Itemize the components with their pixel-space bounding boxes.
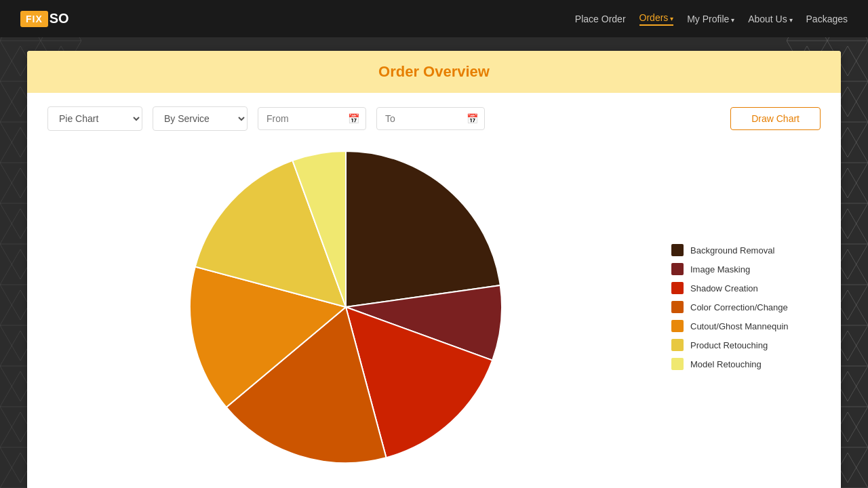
navbar-nav: Place Order Orders My Profile About Us P…: [575, 12, 848, 26]
legend-color-box: [671, 301, 684, 313]
nav-packages[interactable]: Packages: [806, 14, 848, 24]
group-by-select[interactable]: By Service By Status By Date: [153, 106, 248, 131]
legend-color-box: [671, 263, 684, 275]
legend-item: Shadow Creation: [671, 282, 821, 294]
from-date-input[interactable]: [258, 107, 366, 130]
pie-chart-svg: [183, 144, 509, 470]
nav-about-us[interactable]: About Us: [748, 14, 792, 24]
legend-item: Cutout/Ghost Mannequin: [671, 320, 821, 332]
legend-color-box: [671, 320, 684, 332]
legend-item: Model Retouching: [671, 358, 821, 370]
pie-chart-container: [47, 144, 644, 470]
legend-color-box: [671, 244, 684, 256]
to-date-input[interactable]: [376, 107, 485, 130]
nav-place-order[interactable]: Place Order: [575, 14, 626, 24]
legend-label: Product Retouching: [690, 340, 768, 350]
legend-color-box: [671, 282, 684, 294]
draw-chart-button[interactable]: Draw Chart: [730, 107, 821, 130]
chart-area: Background RemovalImage MaskingShadow Cr…: [47, 144, 821, 470]
brand-so: SO: [50, 11, 69, 26]
card-body: Pie Chart Bar Chart Line Chart By Servic…: [27, 93, 841, 488]
legend-color-box: [671, 358, 684, 370]
nav-my-profile[interactable]: My Profile: [687, 14, 734, 24]
pie-segment: [346, 151, 500, 307]
card-header: Order Overview: [27, 51, 841, 93]
nav-orders[interactable]: Orders: [639, 12, 674, 26]
legend-item: Background Removal: [671, 244, 821, 256]
page-title: Order Overview: [39, 63, 829, 81]
legend-color-box: [671, 339, 684, 351]
legend-item: Product Retouching: [671, 339, 821, 351]
to-date-wrapper: 📅: [376, 107, 485, 130]
legend-label: Color Correction/Change: [690, 302, 788, 312]
brand-fix: FIX: [20, 11, 48, 27]
brand: FIX SO: [20, 11, 69, 27]
order-overview-card: Order Overview Pie Chart Bar Chart Line …: [27, 51, 841, 488]
legend-label: Shadow Creation: [690, 283, 758, 293]
main-wrapper: Order Overview Pie Chart Bar Chart Line …: [0, 37, 868, 488]
legend-label: Model Retouching: [690, 359, 762, 369]
navbar: FIX SO Place Order Orders My Profile Abo…: [0, 0, 868, 37]
legend-item: Color Correction/Change: [671, 301, 821, 313]
legend-label: Image Masking: [690, 264, 750, 274]
filter-row: Pie Chart Bar Chart Line Chart By Servic…: [47, 106, 821, 131]
chart-type-select[interactable]: Pie Chart Bar Chart Line Chart: [47, 106, 142, 131]
from-date-wrapper: 📅: [258, 107, 366, 130]
legend-label: Background Removal: [690, 245, 774, 256]
legend-label: Cutout/Ghost Mannequin: [690, 321, 789, 331]
chart-legend: Background RemovalImage MaskingShadow Cr…: [671, 244, 821, 370]
legend-item: Image Masking: [671, 263, 821, 275]
